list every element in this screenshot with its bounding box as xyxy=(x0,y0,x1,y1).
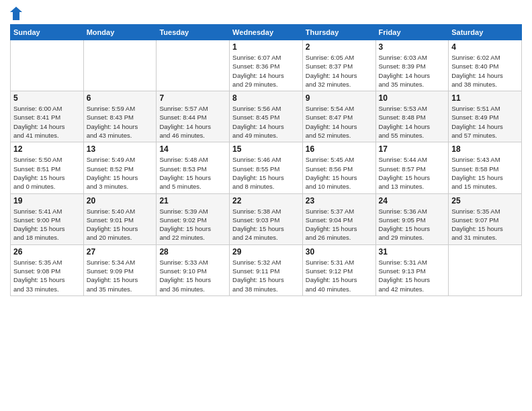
day-info: Sunrise: 5:51 AMSunset: 8:49 PMDaylight:… xyxy=(451,104,519,140)
day-info: Sunrise: 5:39 AMSunset: 9:02 PMDaylight:… xyxy=(159,207,226,242)
calendar-cell: 21Sunrise: 5:39 AMSunset: 9:02 PMDayligh… xyxy=(157,193,230,244)
day-number: 13 xyxy=(87,144,154,154)
day-info: Sunrise: 6:03 AMSunset: 8:39 PMDaylight:… xyxy=(379,53,446,89)
day-number: 30 xyxy=(306,247,373,257)
day-number: 14 xyxy=(159,144,226,154)
calendar-cell: 1Sunrise: 6:07 AMSunset: 8:36 PMDaylight… xyxy=(230,40,303,91)
logo xyxy=(10,7,25,20)
calendar-cell: 20Sunrise: 5:40 AMSunset: 9:01 PMDayligh… xyxy=(83,193,157,244)
calendar-cell: 30Sunrise: 5:31 AMSunset: 9:12 PMDayligh… xyxy=(302,244,375,295)
day-number: 27 xyxy=(87,247,154,257)
day-info: Sunrise: 5:32 AMSunset: 9:11 PMDaylight:… xyxy=(232,258,300,293)
day-info: Sunrise: 5:53 AMSunset: 8:48 PMDaylight:… xyxy=(379,104,446,140)
calendar-cell: 12Sunrise: 5:50 AMSunset: 8:51 PMDayligh… xyxy=(11,142,84,193)
day-info: Sunrise: 5:38 AMSunset: 9:03 PMDaylight:… xyxy=(232,207,300,242)
calendar-cell: 23Sunrise: 5:37 AMSunset: 9:04 PMDayligh… xyxy=(302,193,375,244)
calendar-cell: 3Sunrise: 6:03 AMSunset: 8:39 PMDaylight… xyxy=(375,40,449,91)
calendar-cell: 25Sunrise: 5:35 AMSunset: 9:07 PMDayligh… xyxy=(449,193,522,244)
day-number: 19 xyxy=(13,196,81,205)
day-number: 2 xyxy=(306,42,373,52)
day-number: 6 xyxy=(87,93,154,103)
day-number: 1 xyxy=(232,42,300,52)
calendar-cell: 17Sunrise: 5:44 AMSunset: 8:57 PMDayligh… xyxy=(375,142,449,193)
day-info: Sunrise: 5:46 AMSunset: 8:55 PMDaylight:… xyxy=(232,155,300,191)
day-number: 15 xyxy=(232,144,300,154)
calendar-cell xyxy=(157,40,230,91)
calendar-week-row: 26Sunrise: 5:35 AMSunset: 9:08 PMDayligh… xyxy=(11,244,522,295)
calendar-cell: 9Sunrise: 5:54 AMSunset: 8:47 PMDaylight… xyxy=(302,91,375,142)
day-info: Sunrise: 5:50 AMSunset: 8:51 PMDaylight:… xyxy=(13,155,81,191)
calendar-week-row: 19Sunrise: 5:41 AMSunset: 9:00 PMDayligh… xyxy=(11,193,522,244)
day-number: 21 xyxy=(159,196,226,205)
calendar-cell: 28Sunrise: 5:33 AMSunset: 9:10 PMDayligh… xyxy=(157,244,230,295)
svg-marker-0 xyxy=(10,7,22,20)
calendar-cell: 5Sunrise: 6:00 AMSunset: 8:41 PMDaylight… xyxy=(11,91,84,142)
day-info: Sunrise: 5:34 AMSunset: 9:09 PMDaylight:… xyxy=(87,258,154,293)
day-info: Sunrise: 5:35 AMSunset: 9:07 PMDaylight:… xyxy=(451,207,519,242)
day-info: Sunrise: 5:59 AMSunset: 8:43 PMDaylight:… xyxy=(87,104,154,140)
calendar-cell: 19Sunrise: 5:41 AMSunset: 9:00 PMDayligh… xyxy=(11,193,84,244)
calendar-cell: 27Sunrise: 5:34 AMSunset: 9:09 PMDayligh… xyxy=(83,244,157,295)
calendar-week-row: 5Sunrise: 6:00 AMSunset: 8:41 PMDaylight… xyxy=(11,91,522,142)
calendar-cell: 26Sunrise: 5:35 AMSunset: 9:08 PMDayligh… xyxy=(11,244,84,295)
day-number: 7 xyxy=(159,93,226,103)
day-info: Sunrise: 5:49 AMSunset: 8:52 PMDaylight:… xyxy=(87,155,154,191)
calendar-cell: 13Sunrise: 5:49 AMSunset: 8:52 PMDayligh… xyxy=(83,142,157,193)
day-number: 31 xyxy=(379,247,446,257)
day-info: Sunrise: 5:43 AMSunset: 8:58 PMDaylight:… xyxy=(451,155,519,191)
calendar-cell: 11Sunrise: 5:51 AMSunset: 8:49 PMDayligh… xyxy=(449,91,522,142)
weekday-header: Monday xyxy=(83,25,157,40)
day-info: Sunrise: 5:35 AMSunset: 9:08 PMDaylight:… xyxy=(13,258,81,293)
day-info: Sunrise: 6:02 AMSunset: 8:40 PMDaylight:… xyxy=(451,53,519,89)
day-info: Sunrise: 5:36 AMSunset: 9:05 PMDaylight:… xyxy=(379,207,446,242)
day-number: 4 xyxy=(451,42,519,52)
page: SundayMondayTuesdayWednesdayThursdayFrid… xyxy=(0,0,532,411)
day-info: Sunrise: 6:00 AMSunset: 8:41 PMDaylight:… xyxy=(13,104,81,140)
day-info: Sunrise: 5:40 AMSunset: 9:01 PMDaylight:… xyxy=(87,207,154,242)
weekday-row: SundayMondayTuesdayWednesdayThursdayFrid… xyxy=(11,25,522,40)
calendar-cell: 4Sunrise: 6:02 AMSunset: 8:40 PMDaylight… xyxy=(449,40,522,91)
calendar-body: 1Sunrise: 6:07 AMSunset: 8:36 PMDaylight… xyxy=(11,40,522,296)
calendar-cell: 18Sunrise: 5:43 AMSunset: 8:58 PMDayligh… xyxy=(449,142,522,193)
calendar-cell xyxy=(83,40,157,91)
calendar-cell: 8Sunrise: 5:56 AMSunset: 8:45 PMDaylight… xyxy=(230,91,303,142)
weekday-header: Tuesday xyxy=(157,25,230,40)
day-info: Sunrise: 5:37 AMSunset: 9:04 PMDaylight:… xyxy=(306,207,373,242)
calendar-week-row: 1Sunrise: 6:07 AMSunset: 8:36 PMDaylight… xyxy=(11,40,522,91)
calendar-cell xyxy=(449,244,522,295)
day-number: 8 xyxy=(232,93,300,103)
day-number: 26 xyxy=(13,247,81,257)
day-number: 3 xyxy=(379,42,446,52)
day-info: Sunrise: 5:44 AMSunset: 8:57 PMDaylight:… xyxy=(379,155,446,191)
calendar-cell: 10Sunrise: 5:53 AMSunset: 8:48 PMDayligh… xyxy=(375,91,449,142)
day-info: Sunrise: 6:07 AMSunset: 8:36 PMDaylight:… xyxy=(232,53,300,89)
calendar-cell: 24Sunrise: 5:36 AMSunset: 9:05 PMDayligh… xyxy=(375,193,449,244)
day-number: 10 xyxy=(379,93,446,103)
calendar-week-row: 12Sunrise: 5:50 AMSunset: 8:51 PMDayligh… xyxy=(11,142,522,193)
day-info: Sunrise: 5:31 AMSunset: 9:12 PMDaylight:… xyxy=(306,258,373,293)
logo-icon xyxy=(10,7,22,20)
calendar-header: SundayMondayTuesdayWednesdayThursdayFrid… xyxy=(11,25,522,40)
day-number: 22 xyxy=(232,196,300,205)
day-number: 18 xyxy=(451,144,519,154)
day-number: 17 xyxy=(379,144,446,154)
day-number: 12 xyxy=(13,144,81,154)
calendar-cell: 6Sunrise: 5:59 AMSunset: 8:43 PMDaylight… xyxy=(83,91,157,142)
day-info: Sunrise: 6:05 AMSunset: 8:37 PMDaylight:… xyxy=(306,53,373,89)
day-number: 20 xyxy=(87,196,154,205)
day-info: Sunrise: 5:31 AMSunset: 9:13 PMDaylight:… xyxy=(379,258,446,293)
calendar-cell: 22Sunrise: 5:38 AMSunset: 9:03 PMDayligh… xyxy=(230,193,303,244)
header xyxy=(10,7,522,20)
day-info: Sunrise: 5:41 AMSunset: 9:00 PMDaylight:… xyxy=(13,207,81,242)
calendar-cell: 31Sunrise: 5:31 AMSunset: 9:13 PMDayligh… xyxy=(375,244,449,295)
day-number: 29 xyxy=(232,247,300,257)
day-info: Sunrise: 5:54 AMSunset: 8:47 PMDaylight:… xyxy=(306,104,373,140)
weekday-header: Thursday xyxy=(302,25,375,40)
calendar-table: SundayMondayTuesdayWednesdayThursdayFrid… xyxy=(10,24,522,296)
day-number: 24 xyxy=(379,196,446,205)
day-number: 28 xyxy=(159,247,226,257)
calendar-cell: 2Sunrise: 6:05 AMSunset: 8:37 PMDaylight… xyxy=(302,40,375,91)
weekday-header: Wednesday xyxy=(230,25,303,40)
calendar-cell: 15Sunrise: 5:46 AMSunset: 8:55 PMDayligh… xyxy=(230,142,303,193)
day-number: 25 xyxy=(451,196,519,205)
